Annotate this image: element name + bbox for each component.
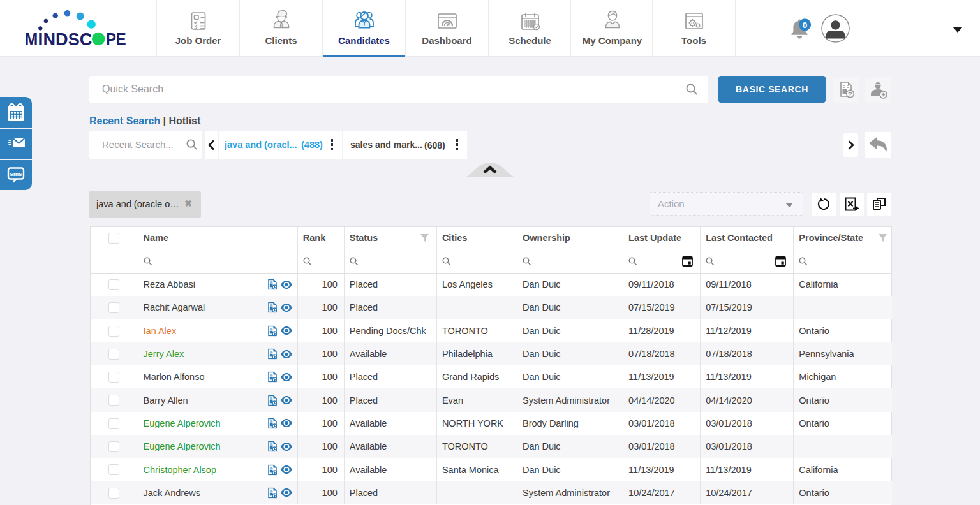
svg-text:NDSC: NDSC — [43, 30, 93, 49]
svg-text:PE: PE — [106, 30, 126, 49]
svg-text:sms: sms — [10, 170, 22, 177]
svg-text:0: 0 — [803, 20, 808, 30]
svg-text:M: M — [25, 30, 38, 49]
